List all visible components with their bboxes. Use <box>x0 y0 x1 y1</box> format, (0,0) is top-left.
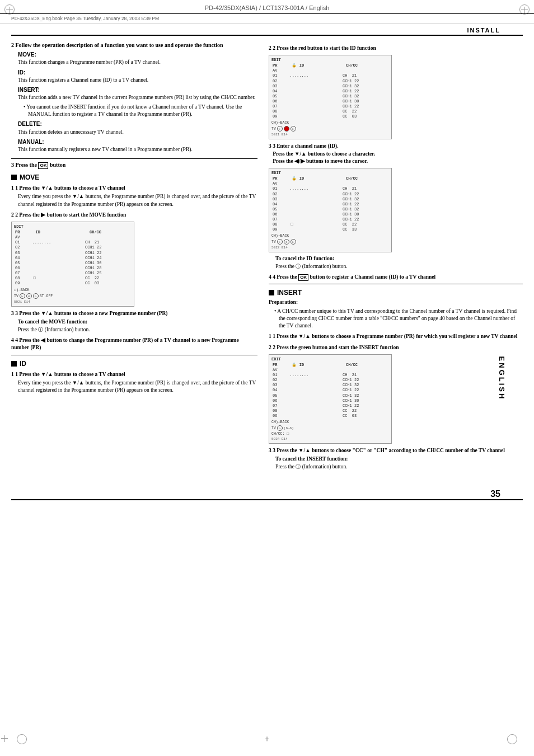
right-column: 2 2 Press the red button to start the ID… <box>269 41 523 472</box>
prep-bullet: A CH/CC number unique to this TV and cor… <box>269 308 523 330</box>
main-content: 2 Follow the operation description of a … <box>0 36 534 483</box>
file-info: PD-42&35DX_Eng.book Page 35 Tuesday, Jan… <box>0 14 534 24</box>
right-step3: 3 3 Enter a channel name (ID). Press the… <box>269 143 523 165</box>
prep-label: Preparation: <box>269 299 523 306</box>
id-section-heading: ID <box>11 360 257 368</box>
insert-bullet: You cannot use the INSERT function if yo… <box>18 104 257 119</box>
cancel-id: To cancel the ID function: Press the ⓘ (… <box>269 255 523 270</box>
move-screen-image: EDIT PRIDCH/CC AV 01........CH 21 02CCH1… <box>11 222 134 307</box>
move-step1-block: 1 1 Press the ▼/▲ buttons to choose a TV… <box>11 185 257 208</box>
move-step3: 3 3 Press the ▼/▲ buttons to choose a ne… <box>11 310 257 317</box>
move-label: MOVE: This function changes a Programme … <box>18 51 257 67</box>
btn-circle2: ⊙ <box>26 293 32 299</box>
reg-mark-br <box>507 734 517 744</box>
btn-circle1: ▷ <box>20 293 25 299</box>
move-step2: 2 2 Press the ▶ button to start the MOVE… <box>11 212 257 219</box>
red-button <box>284 126 289 132</box>
section-square-id <box>11 361 17 367</box>
cancel-insert: To cancel the INSERT function: Press the… <box>269 456 523 471</box>
right-step4-block: 4 4 Press the OK button to register a Ch… <box>269 274 523 281</box>
footer-crosshair <box>261 734 273 745</box>
move-title: MOVE <box>20 173 39 181</box>
section-square-insert <box>269 290 274 295</box>
header-title: PD-42/35DX(ASIA) / LCT1373-001A / Englis… <box>205 4 330 11</box>
id-caption1: 5021 E14 <box>271 133 288 137</box>
left-step3: 3 Press the OK button <box>11 161 257 169</box>
insert-step3-block: 3 3 Press the ▼/▲ buttons to choose "CC"… <box>269 447 523 471</box>
right-step3-block: 3 3 Enter a channel name (ID). Press the… <box>269 143 523 270</box>
id-btn2: ▷ <box>291 126 296 132</box>
move-step3-block: 3 3 Press the ▼/▲ buttons to choose a ne… <box>11 310 257 334</box>
insert-step2-block: 2 2 Press the green button and start the… <box>269 344 523 444</box>
page: PD-42/35DX(ASIA) / LCT1373-001A / Englis… <box>0 0 534 756</box>
move-step1: 1 1 Press the ▼/▲ buttons to choose a TV… <box>11 185 257 192</box>
id-screen1-image: EDIT PR🔒 IDCH/CC AV 01........CH 21 02CC… <box>269 55 392 139</box>
english-label: ENGLISH <box>498 356 506 400</box>
id-caption2: 5022 E14 <box>271 246 288 250</box>
page-number: 35 <box>0 483 534 499</box>
id-title: ID <box>20 360 26 368</box>
id-btn5: ▷ <box>291 239 296 245</box>
id-step1-block: 1 1 Press the ▼/▲ buttons to choose a TV… <box>11 371 257 395</box>
right-step4: 4 4 Press the OK button to register a Ch… <box>269 274 523 281</box>
manual-label: MANUAL: This function manually registers… <box>18 138 257 154</box>
insert-caption: 5024 E14 <box>271 437 288 441</box>
move-section-desc: MOVE: This function changes a Programme … <box>11 51 257 154</box>
id-btn4: ⊙ <box>284 239 289 245</box>
ins-btn1: ▷ <box>277 425 283 431</box>
insert-step1-block: 1 1 Press the ▼/▲ buttons to choose a Pr… <box>269 333 523 340</box>
move-step4: 4 4 Press the ◀ button to change the Pro… <box>11 337 257 352</box>
cancel-move: To cancel the MOVE function: Press the ⓘ… <box>11 318 257 334</box>
insert-screen-image: EDIT PR🔒 IDCH/CC AV 01........CH 21 02CC… <box>269 354 392 444</box>
right-step2: 2 2 Press the red button to start the ID… <box>269 45 523 52</box>
right-step2-block: 2 2 Press the red button to start the ID… <box>269 45 523 139</box>
id-btn3: ▷ <box>277 239 283 245</box>
rule1 <box>11 158 257 159</box>
rule3 <box>269 284 523 284</box>
btn-circle3: ▷ <box>33 293 39 299</box>
id-screen2-image: EDIT PR🔒 IDCH/CC AV 01........CH 21 02CC… <box>269 168 392 252</box>
section-square <box>11 175 17 180</box>
left-column: 2 Follow the operation description of a … <box>11 41 257 472</box>
rule2 <box>11 355 257 355</box>
id-btn1: ▷ <box>277 126 283 132</box>
install-label: INSTALL <box>0 24 534 35</box>
move-step2-block: 2 2 Press the ▶ button to start the MOVE… <box>11 212 257 307</box>
footer-rule <box>11 499 523 500</box>
insert-step3: 3 3 Press the ▼/▲ buttons to choose "CC"… <box>269 447 523 454</box>
insert-label: INSERT: This function adds a new TV chan… <box>18 86 257 102</box>
delete-label: DELETE: This function deletes an unneces… <box>18 120 257 136</box>
insert-step2: 2 2 Press the green button and start the… <box>269 344 523 351</box>
screen1-caption: 5021 E14 <box>14 300 30 304</box>
footer <box>0 734 534 745</box>
move-step1-text: Every time you press the ▼/▲ buttons, th… <box>11 193 257 208</box>
header: PD-42/35DX(ASIA) / LCT1373-001A / Englis… <box>0 0 534 14</box>
insert-section-heading: INSERT <box>269 289 523 297</box>
move-section-heading: MOVE <box>11 173 257 181</box>
reg-mark-bl <box>17 734 27 744</box>
insert-step1: 1 1 Press the ▼/▲ buttons to choose a Pr… <box>269 333 523 340</box>
ok-symbol2: OK <box>298 274 308 281</box>
move-step4-block: 4 4 Press the ◀ button to change the Pro… <box>11 337 257 352</box>
ok-symbol: OK <box>38 162 48 169</box>
insert-title: INSERT <box>277 289 302 297</box>
id-label: ID: This function registers a Channel na… <box>18 69 257 84</box>
id-step1: 1 1 Press the ▼/▲ buttons to choose a TV… <box>11 371 257 378</box>
id-step1-text: Every time you press the ▼/▲ buttons, th… <box>11 379 257 395</box>
left-step2-heading: 2 Follow the operation description of a … <box>11 41 257 49</box>
